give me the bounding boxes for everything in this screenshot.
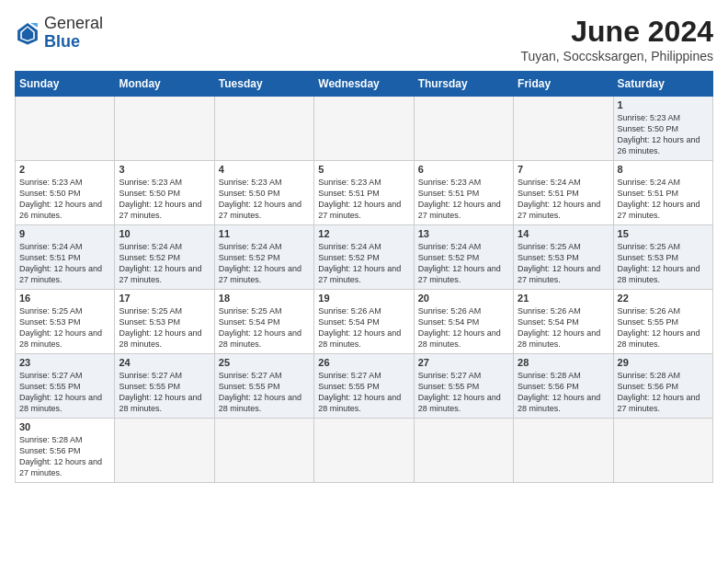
day-info: Sunrise: 5:27 AM Sunset: 5:55 PM Dayligh…	[19, 370, 110, 415]
day-number: 27	[418, 357, 509, 368]
day-info: Sunrise: 5:23 AM Sunset: 5:50 PM Dayligh…	[219, 177, 310, 222]
day-info: Sunrise: 5:25 AM Sunset: 5:53 PM Dayligh…	[19, 305, 110, 350]
calendar-cell: 29Sunrise: 5:28 AM Sunset: 5:56 PM Dayli…	[613, 354, 712, 419]
day-number: 15	[618, 228, 709, 239]
day-number: 10	[119, 228, 210, 239]
calendar-cell: 25Sunrise: 5:27 AM Sunset: 5:55 PM Dayli…	[214, 354, 313, 419]
calendar-week-row: 23Sunrise: 5:27 AM Sunset: 5:55 PM Dayli…	[16, 354, 713, 419]
calendar-cell: 12Sunrise: 5:24 AM Sunset: 5:52 PM Dayli…	[314, 225, 414, 290]
calendar-cell	[115, 97, 214, 161]
calendar-cell	[214, 97, 313, 161]
day-info: Sunrise: 5:23 AM Sunset: 5:50 PM Dayligh…	[19, 177, 110, 222]
day-number: 20	[418, 293, 509, 304]
calendar-cell: 23Sunrise: 5:27 AM Sunset: 5:55 PM Dayli…	[16, 354, 115, 419]
calendar-day-header: Thursday	[414, 72, 513, 97]
day-number: 24	[119, 357, 210, 368]
day-number: 26	[318, 357, 409, 368]
calendar-day-header: Tuesday	[214, 72, 313, 97]
day-info: Sunrise: 5:24 AM Sunset: 5:52 PM Dayligh…	[418, 241, 509, 286]
day-info: Sunrise: 5:25 AM Sunset: 5:53 PM Dayligh…	[518, 241, 609, 286]
calendar-cell: 3Sunrise: 5:23 AM Sunset: 5:50 PM Daylig…	[115, 161, 214, 225]
calendar-cell: 10Sunrise: 5:24 AM Sunset: 5:52 PM Dayli…	[115, 225, 214, 290]
calendar-cell: 5Sunrise: 5:23 AM Sunset: 5:51 PM Daylig…	[314, 161, 414, 225]
day-info: Sunrise: 5:23 AM Sunset: 5:50 PM Dayligh…	[618, 112, 709, 157]
day-info: Sunrise: 5:25 AM Sunset: 5:54 PM Dayligh…	[219, 305, 310, 350]
day-info: Sunrise: 5:24 AM Sunset: 5:51 PM Dayligh…	[19, 241, 110, 286]
logo: General Blue	[15, 15, 103, 52]
calendar-cell	[314, 419, 414, 483]
calendar-cell: 14Sunrise: 5:25 AM Sunset: 5:53 PM Dayli…	[514, 225, 613, 290]
calendar-day-header: Friday	[514, 72, 613, 97]
day-number: 2	[19, 164, 110, 175]
calendar-day-header: Saturday	[613, 72, 712, 97]
logo-general: General	[44, 14, 103, 32]
day-info: Sunrise: 5:23 AM Sunset: 5:51 PM Dayligh…	[318, 177, 409, 222]
day-info: Sunrise: 5:28 AM Sunset: 5:56 PM Dayligh…	[618, 370, 709, 415]
day-number: 23	[19, 357, 110, 368]
calendar-cell: 9Sunrise: 5:24 AM Sunset: 5:51 PM Daylig…	[16, 225, 115, 290]
day-info: Sunrise: 5:27 AM Sunset: 5:55 PM Dayligh…	[119, 370, 210, 415]
calendar-week-row: 1Sunrise: 5:23 AM Sunset: 5:50 PM Daylig…	[16, 97, 713, 161]
day-info: Sunrise: 5:24 AM Sunset: 5:52 PM Dayligh…	[119, 241, 210, 286]
calendar-cell: 8Sunrise: 5:24 AM Sunset: 5:51 PM Daylig…	[613, 161, 712, 225]
day-number: 22	[618, 293, 709, 304]
calendar-cell	[414, 419, 513, 483]
day-info: Sunrise: 5:24 AM Sunset: 5:51 PM Dayligh…	[618, 177, 709, 222]
calendar-cell	[314, 97, 414, 161]
day-info: Sunrise: 5:25 AM Sunset: 5:53 PM Dayligh…	[119, 305, 210, 350]
day-info: Sunrise: 5:27 AM Sunset: 5:55 PM Dayligh…	[318, 370, 409, 415]
day-info: Sunrise: 5:25 AM Sunset: 5:53 PM Dayligh…	[618, 241, 709, 286]
calendar-cell: 27Sunrise: 5:27 AM Sunset: 5:55 PM Dayli…	[414, 354, 513, 419]
day-number: 16	[19, 293, 110, 304]
calendar-cell: 21Sunrise: 5:26 AM Sunset: 5:54 PM Dayli…	[514, 290, 613, 354]
day-number: 14	[518, 228, 609, 239]
calendar-cell	[514, 97, 613, 161]
calendar-cell: 20Sunrise: 5:26 AM Sunset: 5:54 PM Dayli…	[414, 290, 513, 354]
calendar-cell: 17Sunrise: 5:25 AM Sunset: 5:53 PM Dayli…	[115, 290, 214, 354]
day-info: Sunrise: 5:27 AM Sunset: 5:55 PM Dayligh…	[219, 370, 310, 415]
day-number: 25	[219, 357, 310, 368]
day-number: 21	[518, 293, 609, 304]
calendar-cell: 26Sunrise: 5:27 AM Sunset: 5:55 PM Dayli…	[314, 354, 414, 419]
general-blue-icon	[15, 20, 40, 46]
calendar-cell	[16, 97, 115, 161]
calendar-cell: 2Sunrise: 5:23 AM Sunset: 5:50 PM Daylig…	[16, 161, 115, 225]
calendar-cell: 7Sunrise: 5:24 AM Sunset: 5:51 PM Daylig…	[514, 161, 613, 225]
day-info: Sunrise: 5:27 AM Sunset: 5:55 PM Dayligh…	[418, 370, 509, 415]
calendar-week-row: 2Sunrise: 5:23 AM Sunset: 5:50 PM Daylig…	[16, 161, 713, 225]
calendar-cell	[613, 419, 712, 483]
day-number: 8	[618, 164, 709, 175]
day-info: Sunrise: 5:28 AM Sunset: 5:56 PM Dayligh…	[518, 370, 609, 415]
calendar-cell	[214, 419, 313, 483]
logo-text: General Blue	[44, 15, 103, 52]
calendar-cell: 6Sunrise: 5:23 AM Sunset: 5:51 PM Daylig…	[414, 161, 513, 225]
day-number: 3	[119, 164, 210, 175]
calendar-cell: 11Sunrise: 5:24 AM Sunset: 5:52 PM Dayli…	[214, 225, 313, 290]
calendar-cell: 16Sunrise: 5:25 AM Sunset: 5:53 PM Dayli…	[16, 290, 115, 354]
day-number: 11	[219, 228, 310, 239]
logo-blue: Blue	[44, 32, 80, 51]
calendar-cell	[414, 97, 513, 161]
title-block: June 2024 Tuyan, Soccsksargen, Philippin…	[520, 15, 713, 63]
day-info: Sunrise: 5:24 AM Sunset: 5:52 PM Dayligh…	[318, 241, 409, 286]
month-year-title: June 2024	[520, 15, 713, 49]
calendar-header-row: SundayMondayTuesdayWednesdayThursdayFrid…	[16, 72, 713, 97]
day-number: 9	[19, 228, 110, 239]
day-number: 30	[19, 421, 110, 432]
calendar-cell	[514, 419, 613, 483]
day-info: Sunrise: 5:26 AM Sunset: 5:55 PM Dayligh…	[618, 305, 709, 350]
day-info: Sunrise: 5:24 AM Sunset: 5:51 PM Dayligh…	[518, 177, 609, 222]
calendar-table: SundayMondayTuesdayWednesdayThursdayFrid…	[15, 71, 713, 483]
day-info: Sunrise: 5:24 AM Sunset: 5:52 PM Dayligh…	[219, 241, 310, 286]
day-number: 17	[119, 293, 210, 304]
calendar-day-header: Monday	[115, 72, 214, 97]
calendar-cell: 30Sunrise: 5:28 AM Sunset: 5:56 PM Dayli…	[16, 419, 115, 483]
day-number: 4	[219, 164, 310, 175]
calendar-cell: 1Sunrise: 5:23 AM Sunset: 5:50 PM Daylig…	[613, 97, 712, 161]
location-subtitle: Tuyan, Soccsksargen, Philippines	[520, 49, 713, 63]
day-number: 28	[518, 357, 609, 368]
calendar-cell: 4Sunrise: 5:23 AM Sunset: 5:50 PM Daylig…	[214, 161, 313, 225]
day-number: 29	[618, 357, 709, 368]
calendar-day-header: Sunday	[16, 72, 115, 97]
calendar-cell: 13Sunrise: 5:24 AM Sunset: 5:52 PM Dayli…	[414, 225, 513, 290]
